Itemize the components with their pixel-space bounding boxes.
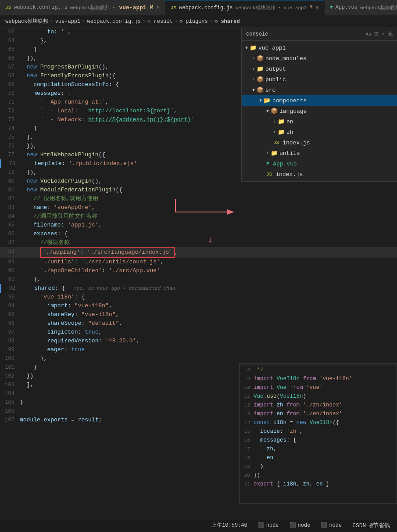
line-num-83: 83 — [0, 203, 20, 212]
folder-icon-src: 📦 — [257, 86, 264, 93]
line-96: 96 shareScope: "default", — [0, 319, 397, 328]
node-item-1: ⬛ node — [258, 522, 279, 528]
line-num-68: 68 — [0, 72, 20, 80]
popup-num-10: 10 — [241, 383, 254, 392]
breadcrumb-part-6[interactable]: ⚙ shared — [215, 18, 240, 25]
popup-line-11: 11 Vue.use(VueI18n) — [240, 392, 397, 401]
breadcrumb-sep-1: › — [50, 18, 53, 25]
tree-item-vue-app1[interactable]: ▼ 📁 vue-app1 — [242, 43, 397, 53]
tree-item-untils[interactable]: › 📁 untils — [242, 148, 397, 158]
tree-item-language[interactable]: ▼ 📦 language — [242, 106, 397, 116]
popup-num-19: 19 — [241, 462, 254, 471]
vue-tab-icon: ▼ — [330, 5, 333, 10]
tree-label-index-js-lang: index.js — [283, 140, 310, 146]
tree-item-src[interactable]: ▼ 📦 src — [242, 85, 397, 95]
folder-icon-output: 📁 — [257, 65, 264, 72]
line-num-107: 107 — [0, 416, 20, 424]
node-label-3: node — [329, 522, 342, 528]
tree-label-en: en — [286, 119, 293, 125]
folder-icon-vue-app1: 📁 — [250, 44, 257, 51]
line-num-73: 73 — [0, 115, 20, 124]
line-code-92: shared: { You, an hour ago • Uncommitted… — [21, 284, 397, 293]
line-94: 94 import: "vue-i18n", — [0, 302, 397, 310]
tree-label-zh: zh — [286, 129, 293, 136]
tab-webpack-app1[interactable]: JS webpack.config.js webpack模块联邦 · vue-a… — [0, 0, 165, 15]
line-code-85: filename: 'app1.js', — [20, 221, 397, 230]
code-popup[interactable]: 8 */ 9 import VueI18n from 'vue-i18n' 10… — [239, 363, 397, 504]
popup-num-8: 8 — [241, 366, 254, 374]
line-num-94: 94 — [0, 302, 20, 310]
popup-num-13: 13 — [241, 410, 254, 418]
tree-item-output[interactable]: › 📁 output — [242, 64, 397, 74]
tree-item-index-js[interactable]: JS index.js — [242, 169, 397, 180]
line-code-94: import: "vue-i18n", — [20, 302, 397, 310]
arrow-collapsed-en: › — [273, 119, 276, 124]
line-97: 97 singleton: true, — [0, 328, 397, 337]
line-code-100: }, — [20, 354, 397, 363]
tab-label-3: App.vue — [336, 4, 358, 11]
line-num-77: 77 — [0, 151, 20, 159]
line-num-72: 72 — [0, 107, 20, 115]
tab-app-vue[interactable]: ▼ App.vue webpack模块联邦 • vu — [325, 0, 397, 15]
line-num-88: 88 — [0, 247, 20, 256]
line-num-82: 82 — [0, 194, 20, 203]
line-num-106: 106 — [0, 407, 20, 416]
line-89: 89 './untils': './src/untils/count.js', — [0, 258, 397, 266]
line-num-67: 67 — [0, 63, 20, 72]
breadcrumb-part-3[interactable]: webpack.config.js — [87, 18, 140, 25]
tree-label-untils: untils — [279, 150, 300, 157]
popup-line-14: 14 const i18n = new VueI18n({ — [240, 418, 397, 427]
tree-item-en[interactable]: › 📁 en — [242, 116, 397, 127]
popup-code-14: const i18n = new VueI18n({ — [254, 418, 339, 427]
line-num-99: 99 — [0, 345, 20, 354]
folder-icon-en: 📁 — [278, 118, 285, 125]
tab-webpack-app2[interactable]: JS webpack.config.js webpack模块联邦 • vue-a… — [165, 0, 325, 15]
line-83: 83 name: 'vueAppOne', — [0, 203, 397, 212]
breadcrumb-sep-4: › — [175, 18, 178, 25]
line-99: 99 eager: true — [0, 345, 397, 354]
breadcrumb-part-2[interactable]: vue-app1 — [55, 18, 81, 25]
tree-label-public: public — [265, 76, 286, 83]
tree-item-node-modules[interactable]: › 📦 node_modules — [242, 53, 397, 64]
breadcrumb-part-1[interactable]: webpack模块联邦 — [5, 18, 48, 25]
popup-num-18: 18 — [241, 453, 254, 462]
popup-code-21: export { i18n, zh, en } — [254, 480, 329, 489]
popup-code-8: */ — [254, 366, 264, 374]
tree-label-index-js: index.js — [275, 171, 303, 178]
tab-close-1[interactable]: × — [156, 4, 159, 11]
popup-num-12: 12 — [241, 401, 254, 410]
tab-close-2[interactable]: × — [315, 4, 319, 11]
tree-label-language: language — [279, 108, 307, 115]
popup-line-8: 8 */ — [240, 366, 397, 374]
tree-item-public[interactable]: › 📦 public — [242, 74, 397, 85]
line-num-89: 89 — [0, 258, 20, 266]
line-num-74: 74 — [0, 124, 20, 133]
js-file-icon-lang: JS — [273, 140, 279, 145]
popup-line-13: 13 import en from './en/index' — [240, 410, 397, 418]
breadcrumb-sep-5: › — [210, 18, 213, 25]
line-code-87: //模块名称 — [20, 238, 397, 247]
folder-icon-language: 📦 — [271, 108, 278, 115]
tree-item-index-js-lang[interactable]: JS index.js — [242, 137, 397, 148]
tree-item-app-vue[interactable]: ▼ App.vue — [242, 158, 397, 169]
line-code-98: requiredVersion: '^8.25.0', — [20, 337, 397, 345]
line-num-100: 100 — [0, 354, 20, 363]
tree-label-output: output — [265, 66, 286, 72]
tree-item-zh[interactable]: › 📁 zh — [242, 127, 397, 137]
popup-code-16: messages: { — [254, 436, 297, 445]
tree-item-components[interactable]: ▼ 📂 components — [242, 95, 397, 106]
line-num-93: 93 — [0, 293, 20, 302]
breadcrumb-part-4[interactable]: ⊙ result — [147, 18, 173, 25]
status-time: 上午10:59:40 — [211, 521, 247, 529]
line-num-75: 75 — [0, 133, 20, 142]
folder-icon-components: 📂 — [264, 97, 271, 104]
popup-code-19: } — [254, 462, 264, 471]
line-100: 100 }, — [0, 354, 397, 363]
line-code-90: './appOneChildren': './src/App.vue' — [20, 266, 397, 275]
breadcrumb-part-5[interactable]: ⚙ plugins — [179, 18, 208, 25]
popup-line-10: 10 import Vue from 'vue' — [240, 383, 397, 392]
node-label-2: node — [298, 522, 311, 528]
tab-label-1: webpack.config.js — [14, 4, 67, 11]
tree-label-components: components — [272, 97, 307, 104]
file-tree-panel: console Aa 文 × 无 ▼ 📁 vue-app1 › 📦 node_m… — [241, 28, 397, 182]
